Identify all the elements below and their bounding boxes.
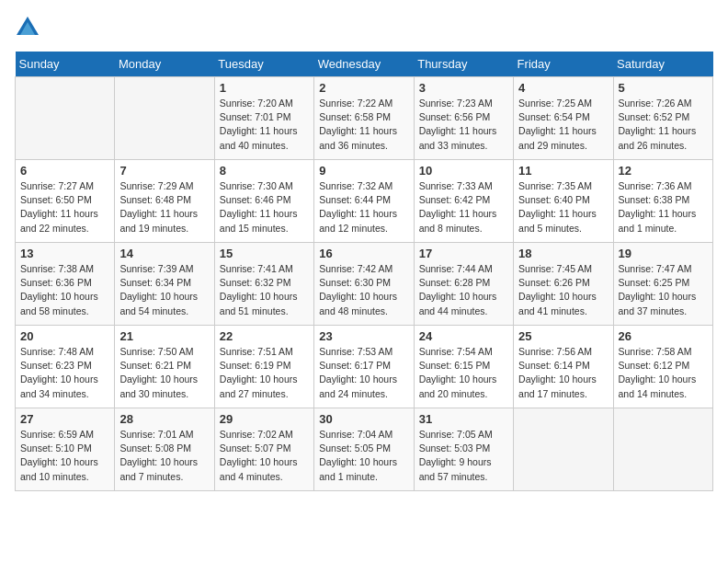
- calendar-cell: 3Sunrise: 7:23 AM Sunset: 6:56 PM Daylig…: [414, 77, 513, 160]
- calendar-body: 1Sunrise: 7:20 AM Sunset: 7:01 PM Daylig…: [16, 77, 713, 491]
- day-number: 27: [20, 412, 109, 426]
- day-number: 24: [419, 329, 508, 343]
- calendar-cell: 2Sunrise: 7:22 AM Sunset: 6:58 PM Daylig…: [314, 77, 414, 160]
- calendar-cell: 29Sunrise: 7:02 AM Sunset: 5:07 PM Dayli…: [214, 408, 313, 491]
- day-info: Sunrise: 7:58 AM Sunset: 6:12 PM Dayligh…: [619, 345, 708, 401]
- week-row-3: 13Sunrise: 7:38 AM Sunset: 6:36 PM Dayli…: [16, 243, 713, 326]
- day-info: Sunrise: 7:47 AM Sunset: 6:25 PM Dayligh…: [619, 262, 708, 318]
- day-info: Sunrise: 7:05 AM Sunset: 5:03 PM Dayligh…: [419, 428, 508, 484]
- week-row-5: 27Sunrise: 6:59 AM Sunset: 5:10 PM Dayli…: [16, 408, 713, 491]
- logo: [15, 15, 44, 40]
- day-number: 25: [518, 329, 608, 343]
- day-info: Sunrise: 7:02 AM Sunset: 5:07 PM Dayligh…: [220, 428, 309, 484]
- week-row-1: 1Sunrise: 7:20 AM Sunset: 7:01 PM Daylig…: [16, 77, 713, 160]
- calendar-cell: [115, 77, 214, 160]
- day-info: Sunrise: 7:35 AM Sunset: 6:40 PM Dayligh…: [518, 179, 608, 236]
- day-number: 13: [20, 247, 109, 260]
- calendar-cell: 5Sunrise: 7:26 AM Sunset: 6:52 PM Daylig…: [613, 77, 712, 160]
- day-number: 22: [220, 329, 309, 343]
- calendar-cell: 14Sunrise: 7:39 AM Sunset: 6:34 PM Dayli…: [115, 243, 214, 326]
- day-number: 11: [518, 164, 608, 178]
- calendar-cell: 17Sunrise: 7:44 AM Sunset: 6:28 PM Dayli…: [414, 243, 513, 326]
- day-number: 3: [419, 81, 508, 95]
- day-number: 12: [619, 164, 708, 178]
- day-info: Sunrise: 7:53 AM Sunset: 6:17 PM Dayligh…: [319, 345, 408, 401]
- day-info: Sunrise: 7:51 AM Sunset: 6:19 PM Dayligh…: [220, 345, 309, 401]
- day-number: 20: [20, 329, 109, 343]
- weekday-header-wednesday: Wednesday: [314, 52, 414, 77]
- day-info: Sunrise: 7:50 AM Sunset: 6:21 PM Dayligh…: [119, 345, 209, 401]
- day-number: 8: [220, 164, 309, 178]
- weekday-header-sunday: Sunday: [16, 52, 115, 77]
- calendar-cell: 16Sunrise: 7:42 AM Sunset: 6:30 PM Dayli…: [314, 243, 414, 326]
- calendar-cell: [613, 408, 712, 491]
- calendar-table: SundayMondayTuesdayWednesdayThursdayFrid…: [15, 52, 713, 491]
- calendar-cell: 24Sunrise: 7:54 AM Sunset: 6:15 PM Dayli…: [414, 326, 513, 408]
- calendar-cell: 1Sunrise: 7:20 AM Sunset: 7:01 PM Daylig…: [214, 77, 313, 160]
- calendar-cell: 19Sunrise: 7:47 AM Sunset: 6:25 PM Dayli…: [613, 243, 712, 326]
- day-number: 30: [319, 412, 408, 426]
- day-number: 5: [619, 81, 708, 95]
- day-info: Sunrise: 7:26 AM Sunset: 6:52 PM Dayligh…: [619, 97, 708, 153]
- calendar-cell: [16, 77, 115, 160]
- weekday-header-thursday: Thursday: [414, 52, 513, 77]
- day-info: Sunrise: 7:54 AM Sunset: 6:15 PM Dayligh…: [419, 345, 508, 401]
- day-info: Sunrise: 7:36 AM Sunset: 6:38 PM Dayligh…: [619, 179, 708, 236]
- calendar-cell: 30Sunrise: 7:04 AM Sunset: 5:05 PM Dayli…: [314, 408, 414, 491]
- day-number: 31: [419, 412, 508, 426]
- day-number: 9: [319, 164, 408, 178]
- weekday-header-row: SundayMondayTuesdayWednesdayThursdayFrid…: [16, 52, 713, 77]
- day-info: Sunrise: 7:22 AM Sunset: 6:58 PM Dayligh…: [319, 97, 408, 153]
- day-number: 26: [619, 329, 708, 343]
- weekday-header-saturday: Saturday: [613, 52, 712, 77]
- calendar-cell: 25Sunrise: 7:56 AM Sunset: 6:14 PM Dayli…: [514, 326, 613, 408]
- calendar-cell: 21Sunrise: 7:50 AM Sunset: 6:21 PM Dayli…: [115, 326, 214, 408]
- day-info: Sunrise: 7:39 AM Sunset: 6:34 PM Dayligh…: [119, 262, 209, 318]
- calendar-cell: 26Sunrise: 7:58 AM Sunset: 6:12 PM Dayli…: [613, 326, 712, 408]
- calendar-cell: 23Sunrise: 7:53 AM Sunset: 6:17 PM Dayli…: [314, 326, 414, 408]
- day-number: 18: [518, 247, 608, 260]
- calendar-cell: 18Sunrise: 7:45 AM Sunset: 6:26 PM Dayli…: [514, 243, 613, 326]
- calendar-cell: 20Sunrise: 7:48 AM Sunset: 6:23 PM Dayli…: [16, 326, 115, 408]
- day-number: 16: [319, 247, 408, 260]
- day-info: Sunrise: 7:01 AM Sunset: 5:08 PM Dayligh…: [119, 428, 209, 484]
- calendar-header: SundayMondayTuesdayWednesdayThursdayFrid…: [16, 52, 713, 77]
- calendar-cell: 6Sunrise: 7:27 AM Sunset: 6:50 PM Daylig…: [16, 160, 115, 243]
- calendar-cell: 15Sunrise: 7:41 AM Sunset: 6:32 PM Dayli…: [214, 243, 313, 326]
- day-info: Sunrise: 7:23 AM Sunset: 6:56 PM Dayligh…: [419, 97, 508, 153]
- calendar-cell: 12Sunrise: 7:36 AM Sunset: 6:38 PM Dayli…: [613, 160, 712, 243]
- calendar-cell: [514, 408, 613, 491]
- day-info: Sunrise: 7:25 AM Sunset: 6:54 PM Dayligh…: [518, 97, 608, 153]
- day-info: Sunrise: 7:48 AM Sunset: 6:23 PM Dayligh…: [20, 345, 109, 401]
- day-number: 6: [20, 164, 109, 178]
- day-number: 29: [220, 412, 309, 426]
- day-number: 15: [220, 247, 309, 260]
- day-info: Sunrise: 7:56 AM Sunset: 6:14 PM Dayligh…: [518, 345, 608, 401]
- day-info: Sunrise: 7:27 AM Sunset: 6:50 PM Dayligh…: [20, 179, 109, 236]
- day-info: Sunrise: 6:59 AM Sunset: 5:10 PM Dayligh…: [20, 428, 109, 484]
- day-info: Sunrise: 7:29 AM Sunset: 6:48 PM Dayligh…: [119, 179, 209, 236]
- calendar-cell: 7Sunrise: 7:29 AM Sunset: 6:48 PM Daylig…: [115, 160, 214, 243]
- day-number: 14: [119, 247, 209, 260]
- day-info: Sunrise: 7:04 AM Sunset: 5:05 PM Dayligh…: [319, 428, 408, 484]
- day-number: 7: [119, 164, 209, 178]
- calendar-cell: 31Sunrise: 7:05 AM Sunset: 5:03 PM Dayli…: [414, 408, 513, 491]
- day-number: 23: [319, 329, 408, 343]
- weekday-header-tuesday: Tuesday: [214, 52, 313, 77]
- header: [15, 15, 713, 40]
- day-number: 17: [419, 247, 508, 260]
- day-info: Sunrise: 7:44 AM Sunset: 6:28 PM Dayligh…: [419, 262, 508, 318]
- day-info: Sunrise: 7:38 AM Sunset: 6:36 PM Dayligh…: [20, 262, 109, 318]
- day-number: 2: [319, 81, 408, 95]
- day-number: 21: [119, 329, 209, 343]
- day-number: 4: [518, 81, 608, 95]
- week-row-2: 6Sunrise: 7:27 AM Sunset: 6:50 PM Daylig…: [16, 160, 713, 243]
- calendar-cell: 28Sunrise: 7:01 AM Sunset: 5:08 PM Dayli…: [115, 408, 214, 491]
- calendar-cell: 8Sunrise: 7:30 AM Sunset: 6:46 PM Daylig…: [214, 160, 313, 243]
- week-row-4: 20Sunrise: 7:48 AM Sunset: 6:23 PM Dayli…: [16, 326, 713, 408]
- day-number: 28: [119, 412, 209, 426]
- day-number: 1: [220, 81, 309, 95]
- calendar-cell: 9Sunrise: 7:32 AM Sunset: 6:44 PM Daylig…: [314, 160, 414, 243]
- calendar-cell: 10Sunrise: 7:33 AM Sunset: 6:42 PM Dayli…: [414, 160, 513, 243]
- day-info: Sunrise: 7:41 AM Sunset: 6:32 PM Dayligh…: [220, 262, 309, 318]
